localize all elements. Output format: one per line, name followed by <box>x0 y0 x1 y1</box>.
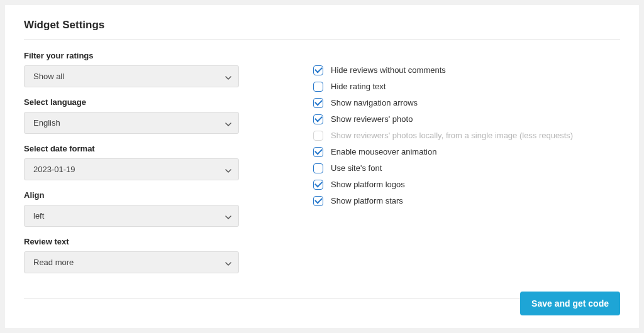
option-hide-no-comments: Hide reviews without comments <box>313 63 620 77</box>
checkbox[interactable] <box>313 82 323 92</box>
checkbox[interactable] <box>313 147 323 157</box>
checkbox <box>313 131 323 141</box>
checkbox-label[interactable]: Hide rating text <box>331 82 386 91</box>
widget-settings-panel: Widget Settings Filter your ratings Show… <box>5 5 639 328</box>
save-and-get-code-button[interactable]: Save and get code <box>520 292 620 315</box>
language-select[interactable]: English <box>24 112 239 134</box>
option-hide-rating-text: Hide rating text <box>313 80 620 93</box>
field-label: Align <box>24 190 239 200</box>
checkbox-label[interactable]: Enable mouseover animation <box>331 147 436 156</box>
footer: Save and get code <box>520 292 620 315</box>
checkbox[interactable] <box>313 196 323 206</box>
checkbox-label[interactable]: Show navigation arrows <box>331 98 418 107</box>
settings-left-column: Filter your ratings Show all Select lang… <box>24 51 239 283</box>
checkbox-label[interactable]: Hide reviews without comments <box>331 65 446 75</box>
field-label: Review text <box>24 237 239 246</box>
checkbox[interactable] <box>313 114 323 124</box>
option-nav-arrows: Show navigation arrows <box>313 96 620 109</box>
field-align: Align left <box>24 190 239 227</box>
option-mouseover-anim: Enable mouseover animation <box>313 145 620 158</box>
checkbox-label[interactable]: Show reviewers' photo <box>331 114 413 124</box>
checkbox-label[interactable]: Show platform logos <box>331 180 405 189</box>
field-label: Select date format <box>24 144 239 153</box>
option-reviewers-photo: Show reviewers' photo <box>313 112 620 126</box>
settings-body: Filter your ratings Show all Select lang… <box>24 51 620 283</box>
checkbox[interactable] <box>313 180 323 190</box>
field-language: Select language English <box>24 97 239 134</box>
field-review-text: Review text Read more <box>24 237 239 273</box>
checkbox[interactable] <box>313 65 323 75</box>
date-format-select[interactable]: 2023-01-19 <box>24 158 239 180</box>
option-photos-local: Show reviewers' photos locally, from a s… <box>313 129 620 142</box>
checkbox-label[interactable]: Use site's font <box>331 163 382 173</box>
review-text-select[interactable]: Read more <box>24 251 239 273</box>
option-site-font: Use site's font <box>313 161 620 175</box>
align-select[interactable]: left <box>24 205 239 227</box>
panel-title: Widget Settings <box>24 19 620 40</box>
checkbox-label: Show reviewers' photos locally, from a s… <box>331 131 573 140</box>
field-filter-ratings: Filter your ratings Show all <box>24 51 239 87</box>
option-platform-stars: Show platform stars <box>313 194 620 207</box>
field-label: Select language <box>24 97 239 107</box>
filter-ratings-select[interactable]: Show all <box>24 65 239 87</box>
field-label: Filter your ratings <box>24 51 239 60</box>
checkbox[interactable] <box>313 163 323 173</box>
checkbox[interactable] <box>313 98 323 108</box>
field-date-format: Select date format 2023-01-19 <box>24 144 239 180</box>
settings-right-column: Hide reviews without comments Hide ratin… <box>313 51 620 283</box>
checkbox-label[interactable]: Show platform stars <box>331 196 403 205</box>
option-platform-logos: Show platform logos <box>313 178 620 191</box>
